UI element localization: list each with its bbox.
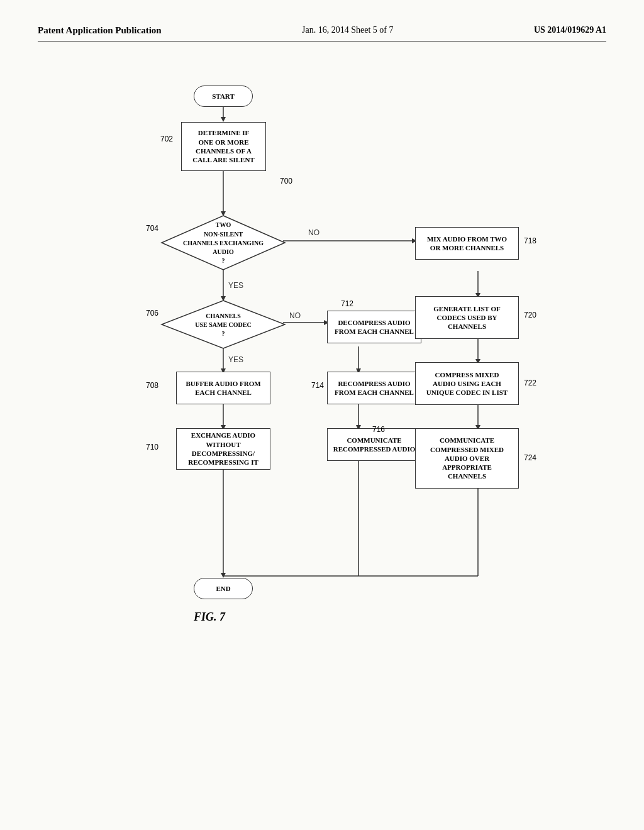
end-terminal: END [194, 578, 253, 599]
node-718-label: 718 [524, 236, 536, 245]
node-706-label: 706 [146, 309, 158, 318]
node-722-label: 722 [524, 379, 536, 387]
node-722: COMPRESS MIXED AUDIO USING EACH UNIQUE C… [415, 362, 519, 405]
node-706-diamond: CHANNELS USE SAME CODEC ? [160, 299, 286, 350]
header-left: Patent Application Publication [38, 25, 162, 36]
node-712-label: 712 [341, 299, 353, 308]
start-terminal: START [194, 86, 253, 107]
svg-text:YES: YES [228, 355, 243, 364]
node-724: COMMUNICATE COMPRESSED MIXED AUDIO OVER … [415, 428, 519, 489]
svg-marker-1 [221, 117, 226, 122]
svg-text:NO: NO [289, 311, 301, 320]
node-724-label: 724 [524, 453, 536, 462]
node-716-label: 716 [372, 425, 385, 434]
node-710-label: 710 [146, 443, 158, 451]
node-708: BUFFER AUDIO FROM EACH CHANNEL [176, 372, 270, 404]
svg-text:YES: YES [228, 281, 243, 290]
node-714-label: 714 [311, 381, 324, 390]
figure-label: FIG. 7 [194, 611, 225, 624]
node-708-label: 708 [146, 381, 158, 390]
node-704-label: 704 [146, 224, 158, 233]
node-recompress: RECOMPRESS AUDIO FROM EACH CHANNEL [327, 372, 421, 404]
node-700-label: 700 [280, 177, 292, 185]
node-712: DECOMPRESS AUDIO FROM EACH CHANNEL [327, 311, 421, 343]
header-center: Jan. 16, 2014 Sheet 5 of 7 [302, 25, 393, 35]
svg-marker-19 [221, 573, 226, 578]
node-702: DETERMINE IF ONE OR MORE CHANNELS OF A C… [181, 122, 266, 171]
page-header: Patent Application Publication Jan. 16, … [38, 25, 606, 42]
node-704-diamond: TWO NON-SILENT CHANNELS EXCHANGING AUDIO… [160, 214, 286, 271]
node-710: EXCHANGE AUDIO WITHOUT DECOMPRESSING/ RE… [176, 428, 270, 470]
svg-text:NO: NO [308, 228, 319, 237]
node-720: GENERATE LIST OF CODECS USED BY CHANNELS [415, 296, 519, 339]
node-720-label: 720 [524, 311, 536, 319]
flowchart-area: YES NO YES NO [38, 54, 606, 714]
header-right: US 2014/019629 A1 [534, 25, 606, 35]
node-718: MIX AUDIO FROM TWO OR MORE CHANNELS [415, 227, 519, 260]
node-702-label: 702 [160, 135, 173, 143]
